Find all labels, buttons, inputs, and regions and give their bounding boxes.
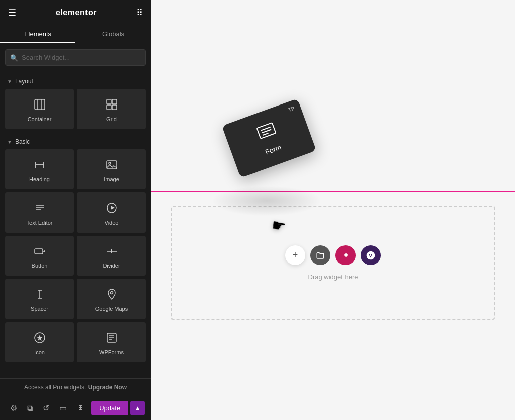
settings-icon[interactable]: ⚙ [6, 400, 21, 416]
drop-zone-actions: + ✦ [285, 245, 381, 265]
form-card-icon [255, 120, 278, 144]
section-layout-label: Layout [15, 78, 33, 85]
svg-rect-3 [107, 99, 111, 104]
preview-icon[interactable]: 👁 [73, 401, 89, 416]
widget-heading-label: Heading [29, 176, 50, 182]
widget-spacer-label: Spacer [31, 306, 48, 312]
section-basic-label: Basic [15, 138, 30, 145]
drop-line [151, 191, 515, 192]
widget-button-label: Button [32, 263, 48, 269]
button-icon [34, 245, 46, 259]
image-icon [106, 159, 118, 172]
search-bar: 🔍 [5, 49, 146, 66]
widget-image-label: Image [104, 176, 119, 182]
video-icon [106, 202, 118, 216]
sidebar-tabs: Elements Globals [0, 25, 151, 43]
pro-banner: Access all Pro widgets. Upgrade Now [0, 378, 151, 396]
widget-image[interactable]: Image [77, 149, 146, 189]
widget-wpforms[interactable]: WPForms [77, 322, 146, 362]
svg-rect-17 [35, 249, 43, 254]
svg-point-11 [109, 162, 111, 164]
history-icon[interactable]: ↺ [39, 400, 53, 416]
svg-rect-10 [107, 161, 117, 169]
svg-line-34 [263, 133, 268, 135]
svg-marker-16 [111, 206, 115, 210]
upgrade-now-link[interactable]: Upgrade Now [88, 384, 127, 391]
widget-container-label: Container [28, 116, 52, 122]
widget-heading[interactable]: Heading [5, 149, 74, 189]
icon-widget-icon [34, 332, 46, 345]
container-icon [34, 98, 46, 112]
svg-rect-6 [112, 105, 117, 110]
widget-video[interactable]: Video [77, 192, 146, 233]
canvas-inner: TP Form ☛ + [151, 0, 515, 420]
grid-widget-icon [106, 98, 118, 112]
widget-video-label: Video [105, 220, 119, 226]
svg-rect-4 [112, 99, 117, 104]
widget-wpforms-label: WPForms [99, 349, 124, 355]
google-maps-icon [106, 288, 118, 302]
section-layout-header[interactable]: ▼ Layout [5, 72, 146, 89]
widget-text-editor-label: Text Editor [27, 220, 53, 226]
layout-widget-grid: Container Grid [5, 89, 146, 129]
svg-point-25 [110, 291, 113, 294]
widget-google-maps[interactable]: Google Maps [77, 279, 146, 319]
sidebar-footer: ⚙ ⧉ ↺ ▭ 👁 Update ▲ [0, 396, 151, 420]
update-button[interactable]: Update [91, 401, 128, 415]
widget-button[interactable]: Button [5, 236, 74, 276]
widget-grid[interactable]: Grid [77, 89, 146, 129]
hamburger-icon[interactable]: ☰ [8, 7, 16, 18]
pro-banner-text: Access all Pro widgets. [24, 384, 86, 391]
svg-rect-0 [35, 99, 45, 110]
wpforms-icon [106, 332, 118, 345]
search-input[interactable] [5, 49, 146, 66]
add-widget-button[interactable]: + [285, 245, 305, 265]
heading-icon [34, 159, 46, 172]
tab-globals[interactable]: Globals [75, 25, 151, 43]
drop-zone[interactable]: + ✦ Drag widget here [171, 206, 495, 320]
search-icon: 🔍 [10, 54, 18, 61]
widget-container[interactable]: Container [5, 89, 74, 129]
divider-icon [106, 245, 118, 259]
form-card-label: Form [264, 143, 282, 156]
tp-badge: TP [287, 105, 295, 113]
elementor-logo: elementor [56, 8, 97, 17]
drag-shadow [211, 186, 322, 216]
basic-widget-grid: Heading Image [5, 149, 146, 362]
section-basic-arrow: ▼ [7, 139, 12, 145]
grid-icon[interactable]: ⠿ [136, 7, 143, 18]
widget-text-editor[interactable]: Text Editor [5, 192, 74, 233]
wordpress-button[interactable] [361, 245, 381, 265]
tab-elements[interactable]: Elements [0, 25, 75, 43]
sidebar-header: ☰ elementor ⠿ [0, 0, 151, 25]
svg-rect-5 [107, 105, 111, 110]
layers-icon[interactable]: ⧉ [23, 401, 37, 416]
update-arrow-button[interactable]: ▲ [130, 401, 145, 415]
widget-divider-label: Divider [103, 263, 120, 269]
widget-grid-label: Grid [106, 116, 117, 122]
text-editor-icon [34, 202, 46, 216]
widgets-area: ▼ Layout Container [0, 72, 151, 378]
section-layout-arrow: ▼ [7, 79, 12, 84]
svg-marker-21 [111, 249, 112, 253]
sidebar: ☰ elementor ⠿ Elements Globals 🔍 ▼ Layou… [0, 0, 151, 420]
widget-icon[interactable]: Icon [5, 322, 74, 362]
template-button[interactable] [310, 245, 330, 265]
spacer-icon [34, 288, 46, 302]
widget-google-maps-label: Google Maps [95, 306, 128, 312]
drag-label: Drag widget here [308, 273, 358, 281]
widget-icon-label: Icon [34, 349, 45, 355]
canvas-area: TP Form ☛ + [151, 0, 515, 420]
section-basic-header[interactable]: ▼ Basic [5, 132, 146, 149]
widget-spacer[interactable]: Spacer [5, 279, 74, 319]
responsive-icon[interactable]: ▭ [55, 400, 71, 416]
widget-divider[interactable]: Divider [77, 236, 146, 276]
svg-rect-31 [257, 123, 276, 139]
dragged-form-card: TP Form [222, 98, 316, 178]
ai-button[interactable]: ✦ [335, 245, 356, 265]
